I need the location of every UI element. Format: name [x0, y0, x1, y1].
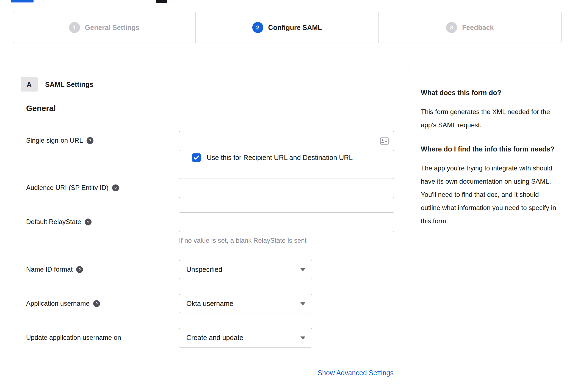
sso-url-input[interactable]: [179, 131, 394, 151]
cutoff-title-icon-fragment: [156, 0, 167, 3]
sso-url-row: Single sign-on URL ?: [26, 131, 407, 151]
help-icon[interactable]: ?: [87, 137, 93, 144]
audience-uri-label: Audience URI (SP Entity ID): [26, 184, 109, 192]
help-sidebar: What does this form do? This form genera…: [421, 87, 560, 240]
wizard-stepper: 1 General Settings 2 Configure SAML 3 Fe…: [13, 12, 562, 43]
recipient-url-checkbox-row[interactable]: Use this for Recipient URL and Destinati…: [192, 153, 353, 162]
name-id-format-row: Name ID format ? Unspecified: [26, 260, 407, 279]
application-username-label: Application username: [26, 300, 90, 307]
show-advanced-settings-link[interactable]: Show Advanced Settings: [317, 369, 394, 377]
sidebar-body-what: This form generates the XML needed for t…: [421, 105, 560, 132]
help-icon[interactable]: ?: [93, 300, 100, 307]
sidebar-heading-where: Where do I find the info this form needs…: [421, 144, 560, 154]
general-section-heading: General: [26, 104, 56, 113]
checked-checkbox-icon[interactable]: [192, 153, 201, 162]
name-id-format-label-wrap: Name ID format ?: [26, 260, 179, 273]
update-username-select[interactable]: Create and update: [179, 328, 312, 347]
help-icon[interactable]: ?: [85, 219, 92, 225]
sso-url-label: Single sign-on URL: [26, 137, 83, 144]
step-label: General Settings: [85, 24, 140, 32]
application-username-value: Okta username: [186, 300, 233, 308]
update-username-label-wrap: Update application username on: [26, 328, 179, 341]
application-username-select[interactable]: Okta username: [179, 294, 312, 313]
step-number-badge: 2: [252, 22, 263, 33]
relay-state-label: Default RelayState: [26, 218, 81, 226]
audience-uri-row: Audience URI (SP Entity ID) ?: [26, 178, 407, 198]
sso-url-label-wrap: Single sign-on URL ?: [26, 131, 179, 144]
panel-title: SAML Settings: [45, 81, 93, 89]
step-number-badge: 3: [446, 22, 457, 33]
step-number-badge: 1: [69, 22, 80, 33]
sidebar-body-where: The app you're trying to integrate with …: [421, 162, 560, 228]
update-username-label: Update application username on: [26, 334, 121, 341]
step-configure-saml[interactable]: 2 Configure SAML: [195, 12, 378, 43]
help-icon[interactable]: ?: [112, 184, 119, 191]
step-general-settings[interactable]: 1 General Settings: [13, 12, 195, 43]
relay-state-label-wrap: Default RelayState ?: [26, 212, 179, 226]
cutoff-title-fragment: [11, 0, 34, 2]
recipient-url-checkbox-label: Use this for Recipient URL and Destinati…: [207, 154, 353, 162]
name-id-format-value: Unspecified: [186, 266, 222, 274]
sidebar-heading-what: What does this form do?: [421, 87, 560, 98]
chevron-down-icon: [300, 302, 305, 305]
update-username-row: Update application username on Create an…: [26, 328, 407, 347]
relay-state-input[interactable]: [179, 212, 394, 232]
contact-card-icon: [380, 137, 389, 146]
update-username-value: Create and update: [186, 334, 243, 342]
application-username-label-wrap: Application username ?: [26, 294, 179, 307]
name-id-format-label: Name ID format: [26, 266, 73, 273]
chevron-down-icon: [300, 336, 305, 339]
relay-state-hint: If no value is set, a blank RelayState i…: [179, 237, 394, 244]
help-icon[interactable]: ?: [76, 266, 83, 273]
step-label: Feedback: [462, 24, 494, 32]
audience-uri-label-wrap: Audience URI (SP Entity ID) ?: [26, 178, 179, 192]
step-feedback[interactable]: 3 Feedback: [378, 12, 561, 43]
relay-state-row: Default RelayState ? If no value is set,…: [26, 212, 407, 244]
chevron-down-icon: [300, 268, 305, 271]
step-label: Configure SAML: [268, 24, 322, 32]
saml-settings-panel: A SAML Settings General Single sign-on U…: [13, 69, 410, 392]
audience-uri-input[interactable]: [179, 178, 394, 198]
section-a-badge: A: [21, 77, 38, 92]
name-id-format-select[interactable]: Unspecified: [179, 260, 312, 279]
application-username-row: Application username ? Okta username: [26, 294, 407, 313]
